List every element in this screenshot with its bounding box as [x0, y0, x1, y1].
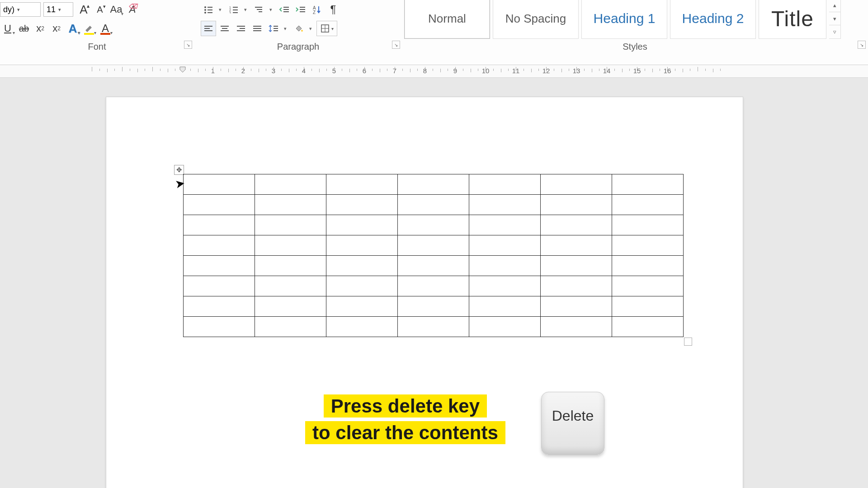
table-cell[interactable]: [326, 195, 398, 215]
table-resize-handle[interactable]: [684, 338, 692, 346]
table-cell[interactable]: [255, 195, 326, 215]
table-cell[interactable]: [326, 235, 398, 256]
font-color-button[interactable]: A▾: [98, 21, 113, 36]
chevron-down-icon[interactable]: ▾: [282, 26, 288, 32]
table-cell[interactable]: [612, 235, 684, 256]
grow-font-button[interactable]: A▴: [76, 2, 91, 17]
table-cell[interactable]: [326, 215, 398, 235]
table-cell[interactable]: [184, 215, 255, 235]
font-name-combo[interactable]: dy) ▾: [0, 2, 41, 17]
document-page[interactable]: ✥ ➤ Press delete key to clear the conten…: [106, 97, 743, 488]
align-right-button[interactable]: [233, 21, 249, 36]
chevron-down-icon[interactable]: ▾: [307, 26, 314, 32]
table-cell[interactable]: [612, 174, 684, 195]
table-cell[interactable]: [184, 195, 255, 215]
table-cell[interactable]: [469, 317, 541, 337]
table-cell[interactable]: [612, 317, 684, 337]
table-cell[interactable]: [469, 215, 541, 235]
table-cell[interactable]: [541, 256, 612, 276]
table-cell[interactable]: [326, 256, 398, 276]
table-cell[interactable]: [184, 276, 255, 296]
style-no-spacing[interactable]: No Spacing: [493, 0, 579, 39]
highlight-button[interactable]: ▾: [81, 21, 97, 36]
document-table[interactable]: [183, 174, 684, 337]
table-row[interactable]: [184, 317, 684, 337]
table-cell[interactable]: [184, 256, 255, 276]
table-row[interactable]: [184, 235, 684, 256]
bullets-button[interactable]: [201, 2, 216, 17]
table-cell[interactable]: [326, 317, 398, 337]
table-cell[interactable]: [612, 276, 684, 296]
table-row[interactable]: [184, 296, 684, 317]
multilevel-list-button[interactable]: [251, 2, 267, 17]
table-cell[interactable]: [398, 174, 469, 195]
table-cell[interactable]: [255, 276, 326, 296]
table-cell[interactable]: [612, 215, 684, 235]
table-cell[interactable]: [469, 276, 541, 296]
table-cell[interactable]: [541, 215, 612, 235]
show-marks-button[interactable]: ¶: [326, 2, 341, 17]
table-cell[interactable]: [469, 256, 541, 276]
table-cell[interactable]: [541, 276, 612, 296]
align-left-button[interactable]: [201, 21, 216, 36]
table-cell[interactable]: [469, 235, 541, 256]
text-effects-button[interactable]: A▾: [65, 21, 80, 36]
table-cell[interactable]: [541, 317, 612, 337]
table-cell[interactable]: [612, 256, 684, 276]
chevron-down-icon[interactable]: ▾: [217, 7, 223, 13]
table-cell[interactable]: [398, 195, 469, 215]
shrink-font-button[interactable]: A▾: [92, 2, 108, 17]
line-spacing-button[interactable]: [266, 21, 281, 36]
table-cell[interactable]: [184, 235, 255, 256]
scroll-up-icon[interactable]: ▴: [829, 0, 840, 12]
table-cell[interactable]: [398, 215, 469, 235]
table-cell[interactable]: [255, 256, 326, 276]
table-cell[interactable]: [612, 195, 684, 215]
table-cell[interactable]: [398, 235, 469, 256]
table-cell[interactable]: [184, 296, 255, 317]
table-row[interactable]: [184, 256, 684, 276]
styles-dialog-launcher[interactable]: ↘: [858, 41, 866, 49]
table-cell[interactable]: [469, 296, 541, 317]
table-cell[interactable]: [541, 174, 612, 195]
table-cell[interactable]: [398, 256, 469, 276]
style-title[interactable]: Title: [759, 0, 826, 39]
table-cell[interactable]: [326, 296, 398, 317]
table-cell[interactable]: [255, 317, 326, 337]
change-case-button[interactable]: Aa▾: [108, 2, 124, 17]
styles-gallery-scroll[interactable]: ▴ ▾ ▿: [829, 0, 841, 39]
clear-formatting-button[interactable]: A⌫: [125, 2, 140, 17]
table-row[interactable]: [184, 195, 684, 215]
scroll-down-icon[interactable]: ▾: [829, 12, 840, 26]
chevron-down-icon[interactable]: ▾: [268, 7, 274, 13]
style-heading-2[interactable]: Heading 2: [670, 0, 756, 39]
numbering-button[interactable]: 123: [226, 2, 241, 17]
shading-button[interactable]: [291, 21, 307, 36]
underline-button[interactable]: U▾: [0, 21, 15, 36]
table-cell[interactable]: [398, 276, 469, 296]
table-cell[interactable]: [326, 174, 398, 195]
table-cell[interactable]: [541, 195, 612, 215]
table-cell[interactable]: [469, 195, 541, 215]
increase-indent-button[interactable]: [293, 2, 308, 17]
table-cell[interactable]: [398, 317, 469, 337]
table-row[interactable]: [184, 215, 684, 235]
table-cell[interactable]: [184, 317, 255, 337]
decrease-indent-button[interactable]: [277, 2, 292, 17]
table-cell[interactable]: [255, 235, 326, 256]
horizontal-ruler[interactable]: 12345678910111213141516: [0, 65, 868, 78]
strikethrough-button[interactable]: ab: [16, 21, 32, 36]
font-size-combo[interactable]: 11 ▾: [43, 2, 73, 17]
first-line-indent-marker[interactable]: [179, 66, 186, 77]
table-cell[interactable]: [469, 174, 541, 195]
table-cell[interactable]: [326, 276, 398, 296]
sort-button[interactable]: AZ: [309, 2, 325, 17]
paragraph-dialog-launcher[interactable]: ↘: [392, 41, 400, 49]
table-cell[interactable]: [398, 296, 469, 317]
style-normal[interactable]: Normal: [404, 0, 490, 39]
table-cell[interactable]: [255, 215, 326, 235]
table-cell[interactable]: [184, 174, 255, 195]
table-cell[interactable]: [541, 296, 612, 317]
superscript-button[interactable]: x2: [49, 21, 64, 36]
table-row[interactable]: [184, 174, 684, 195]
